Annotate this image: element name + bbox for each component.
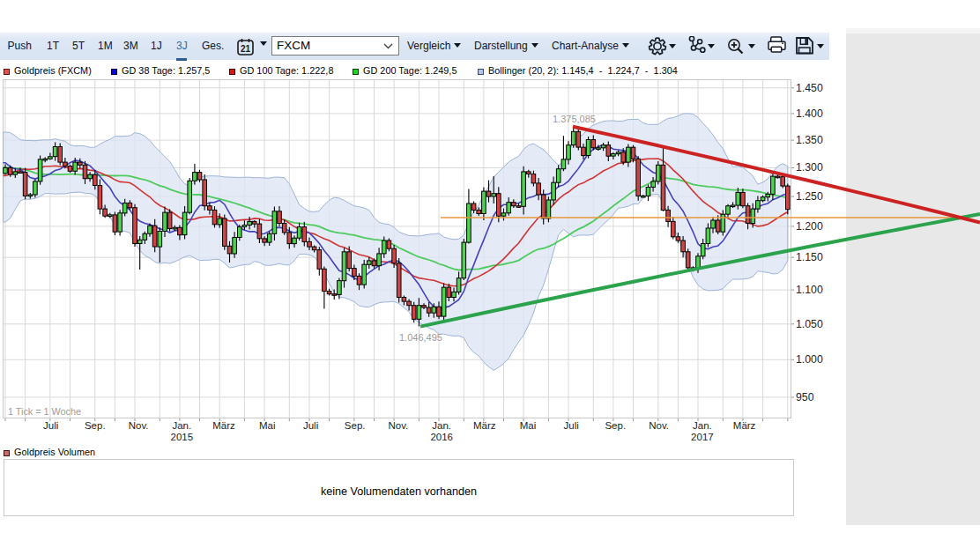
svg-text:März: März bbox=[733, 420, 756, 431]
svg-text:1.250: 1.250 bbox=[796, 190, 823, 203]
svg-text:Juli: Juli bbox=[564, 420, 579, 431]
svg-text:1 Tick = 1 Woche: 1 Tick = 1 Woche bbox=[8, 406, 81, 417]
svg-text:Nov.: Nov. bbox=[129, 420, 149, 431]
svg-text:1.300: 1.300 bbox=[796, 161, 823, 174]
svg-text:1.200: 1.200 bbox=[796, 220, 823, 233]
svg-text:Jan.: Jan. bbox=[432, 420, 451, 431]
svg-text:1.050: 1.050 bbox=[796, 318, 823, 330]
svg-text:950: 950 bbox=[796, 391, 814, 403]
svg-text:2016: 2016 bbox=[430, 432, 453, 442]
svg-text:2017: 2017 bbox=[691, 432, 714, 442]
svg-text:1.350: 1.350 bbox=[796, 134, 823, 146]
svg-text:1.100: 1.100 bbox=[796, 284, 823, 296]
svg-text:Mai: Mai bbox=[259, 420, 276, 431]
svg-text:1.150: 1.150 bbox=[796, 251, 823, 263]
svg-text:1.375,085: 1.375,085 bbox=[553, 114, 596, 124]
svg-text:2015: 2015 bbox=[171, 432, 194, 442]
svg-text:Jan.: Jan. bbox=[693, 420, 712, 431]
svg-text:1.046,495: 1.046,495 bbox=[399, 332, 442, 343]
svg-text:Sep.: Sep. bbox=[345, 420, 366, 431]
svg-text:Nov.: Nov. bbox=[389, 420, 409, 431]
svg-text:21: 21 bbox=[241, 44, 251, 54]
svg-text:1.400: 1.400 bbox=[796, 107, 823, 120]
svg-text:Mai: Mai bbox=[520, 420, 537, 431]
svg-text:Sep.: Sep. bbox=[85, 420, 106, 431]
svg-text:Jan.: Jan. bbox=[172, 420, 191, 431]
svg-text:Juli: Juli bbox=[43, 420, 58, 431]
svg-text:März: März bbox=[212, 420, 235, 431]
svg-text:1.450: 1.450 bbox=[796, 82, 823, 94]
svg-text:März: März bbox=[473, 420, 496, 431]
svg-text:1.000: 1.000 bbox=[796, 353, 823, 366]
svg-text:Nov.: Nov. bbox=[649, 420, 669, 431]
svg-text:Juli: Juli bbox=[303, 420, 318, 431]
svg-text:Sep.: Sep. bbox=[605, 420, 626, 431]
